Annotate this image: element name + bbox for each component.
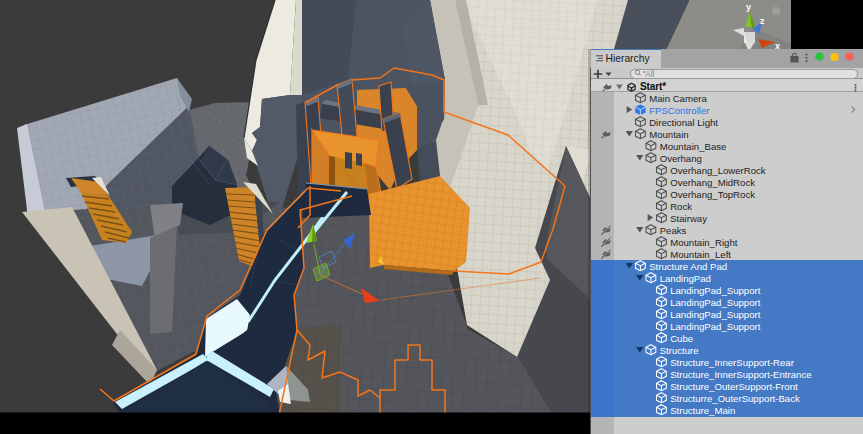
svg-text:z: z <box>760 16 765 26</box>
svg-text:y: y <box>746 2 751 12</box>
